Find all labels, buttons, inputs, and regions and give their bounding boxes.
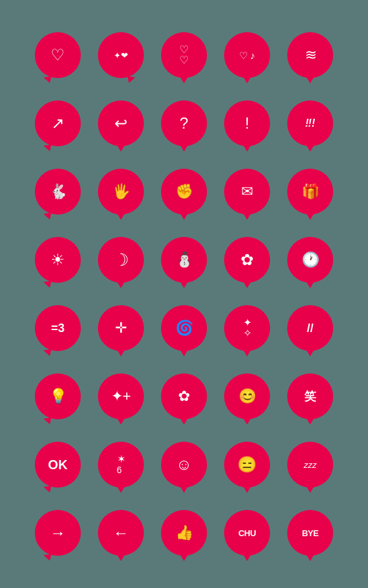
triple-exclaim[interactable]: ‼!: [287, 100, 333, 146]
neutral-face[interactable]: 😑: [224, 442, 270, 488]
emoji-cell[interactable]: ✶6: [89, 430, 152, 499]
smiley[interactable]: ☺: [161, 442, 207, 488]
hand-wave[interactable]: 🖐: [98, 169, 144, 215]
arrow-up-right[interactable]: ↗: [35, 100, 81, 146]
emoji-cell[interactable]: 😊: [216, 362, 279, 430]
emoji-cell[interactable]: 😑: [216, 430, 279, 499]
emoji-cell[interactable]: CHU: [216, 499, 279, 567]
chu-text[interactable]: CHU: [224, 510, 270, 556]
exclaim[interactable]: !: [224, 100, 270, 146]
emoji-cell[interactable]: ←: [89, 499, 152, 567]
heart-sparkle[interactable]: ✦❤: [98, 32, 144, 78]
emoji-cell[interactable]: 💡: [26, 362, 89, 430]
ok-text[interactable]: OK: [35, 442, 81, 488]
heart-outline[interactable]: ♡: [35, 32, 81, 78]
emoji-grid: ♡✦❤♡♡♡ ♪≋↗↩?!‼!🐇🖐✊✉🎁☀☽⛄✿🕐=3✛🌀✦✧//💡✦+✿😊笑O…: [13, 10, 355, 578]
emoji-cell[interactable]: 🕐: [279, 226, 342, 294]
snowman[interactable]: ⛄: [161, 237, 207, 283]
emoji-cell[interactable]: ☽: [89, 226, 152, 294]
emoji-cell[interactable]: ♡♡: [152, 21, 216, 89]
emoji-cell[interactable]: BYE: [279, 499, 342, 567]
emoji-cell[interactable]: →: [26, 499, 89, 567]
emoji-cell[interactable]: OK: [26, 430, 89, 499]
clover[interactable]: ✿: [161, 373, 207, 419]
sparkle-cross[interactable]: ✦+: [98, 373, 144, 419]
rabbit[interactable]: 🐇: [35, 169, 81, 215]
emoji-cell[interactable]: ✉: [216, 158, 279, 226]
emoji-cell[interactable]: ✿: [152, 362, 216, 430]
lightning[interactable]: //: [287, 305, 333, 351]
sun[interactable]: ☀: [35, 237, 81, 283]
emoji-cell[interactable]: ✦✧: [216, 294, 279, 362]
arrow-down[interactable]: ↩: [98, 100, 144, 146]
thumbs-up[interactable]: 👍: [161, 510, 207, 556]
emoji-cell[interactable]: ✿: [216, 226, 279, 294]
spiral[interactable]: 🌀: [161, 305, 207, 351]
arrow-right[interactable]: →: [35, 510, 81, 556]
emoji-cell[interactable]: ?: [152, 89, 216, 158]
emoji-cell[interactable]: !: [216, 89, 279, 158]
emoji-cell[interactable]: 🖐: [89, 158, 152, 226]
emoji-cell[interactable]: ‼!: [279, 89, 342, 158]
emoji-cell[interactable]: zzz: [279, 430, 342, 499]
emoji-cell[interactable]: 🌀: [152, 294, 216, 362]
emoji-cell[interactable]: ↩: [89, 89, 152, 158]
star-6[interactable]: ✶6: [98, 442, 144, 488]
emoji-cell[interactable]: ≋: [279, 21, 342, 89]
zzz[interactable]: zzz: [287, 442, 333, 488]
emoji-cell[interactable]: 🐇: [26, 158, 89, 226]
asterisk-plus[interactable]: ✛: [98, 305, 144, 351]
emoji-cell[interactable]: ↗: [26, 89, 89, 158]
emoji-cell[interactable]: ☺: [152, 430, 216, 499]
emoji-cell[interactable]: ✛: [89, 294, 152, 362]
emoji-cell[interactable]: ♡ ♪: [216, 21, 279, 89]
squiggle[interactable]: ≋: [287, 32, 333, 78]
emoji-cell[interactable]: 笑: [279, 362, 342, 430]
heart-music[interactable]: ♡ ♪: [224, 32, 270, 78]
gift[interactable]: 🎁: [287, 169, 333, 215]
flower[interactable]: ✿: [224, 237, 270, 283]
emoji-cell[interactable]: ✊: [152, 158, 216, 226]
cat-face[interactable]: =3: [35, 305, 81, 351]
clock[interactable]: 🕐: [287, 237, 333, 283]
emoji-cell[interactable]: 👍: [152, 499, 216, 567]
emoji-cell[interactable]: ♡: [26, 21, 89, 89]
emoji-cell[interactable]: ✦❤: [89, 21, 152, 89]
sparkles[interactable]: ✦✧: [224, 305, 270, 351]
emoji-cell[interactable]: 🎁: [279, 158, 342, 226]
bye-text[interactable]: BYE: [287, 510, 333, 556]
emoji-cell[interactable]: =3: [26, 294, 89, 362]
emoji-cell[interactable]: ⛄: [152, 226, 216, 294]
emoji-cell[interactable]: ✦+: [89, 362, 152, 430]
emoji-cell[interactable]: ☀: [26, 226, 89, 294]
laugh[interactable]: 笑: [287, 373, 333, 419]
face-smile-hat[interactable]: 😊: [224, 373, 270, 419]
envelope[interactable]: ✉: [224, 169, 270, 215]
arrow-left[interactable]: ←: [98, 510, 144, 556]
hearts-two[interactable]: ♡♡: [161, 32, 207, 78]
emoji-cell[interactable]: //: [279, 294, 342, 362]
moon[interactable]: ☽: [98, 237, 144, 283]
fist[interactable]: ✊: [161, 169, 207, 215]
question[interactable]: ?: [161, 100, 207, 146]
lightbulb[interactable]: 💡: [35, 373, 81, 419]
